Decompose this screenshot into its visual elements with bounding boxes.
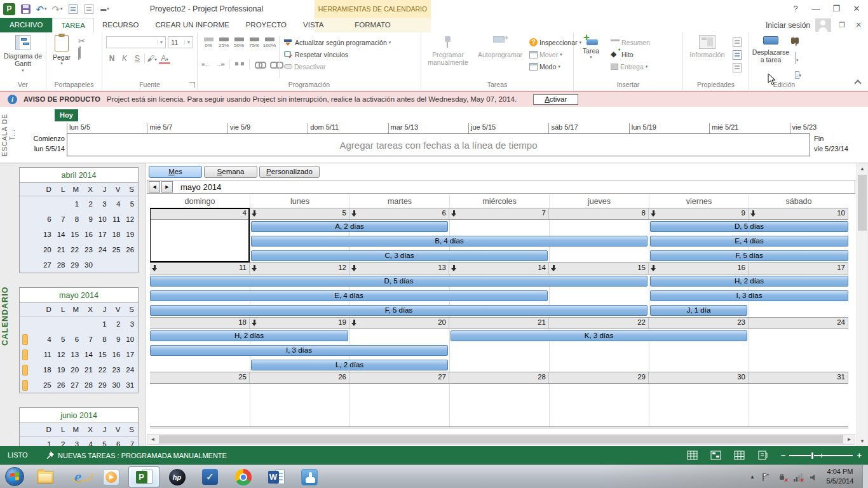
- find-button[interactable]: ▾: [795, 37, 801, 49]
- mini-date-cell[interactable]: 28: [79, 381, 93, 389]
- date-cell[interactable]: 30: [649, 372, 749, 383]
- font-name-select[interactable]: ▼: [106, 36, 166, 48]
- view-button-mes[interactable]: Mes: [149, 166, 202, 178]
- taskbar-word-button[interactable]: W: [261, 466, 292, 487]
- date-cell[interactable]: 9: [649, 208, 749, 219]
- mini-date-cell[interactable]: 5: [120, 200, 134, 208]
- mini-date-cell[interactable]: 18: [37, 366, 51, 374]
- timeline-band[interactable]: Agregar tareas con fechas a la línea de …: [67, 133, 810, 156]
- mini-date-cell[interactable]: 22: [65, 246, 79, 254]
- task-bar[interactable]: I, 3 días: [150, 345, 448, 356]
- tab-formato[interactable]: FORMATO: [315, 18, 431, 32]
- mini-date-cell[interactable]: 4: [37, 336, 51, 343]
- task-bar[interactable]: E, 4 días: [650, 236, 848, 247]
- mini-date-cell[interactable]: 4: [79, 440, 93, 446]
- taskbar-hp-button[interactable]: hp: [161, 466, 193, 487]
- bold-button[interactable]: N: [106, 53, 118, 64]
- date-cell[interactable]: 8: [549, 208, 649, 219]
- mini-date-cell[interactable]: 27: [65, 381, 79, 389]
- mini-date-cell[interactable]: 6: [37, 215, 51, 223]
- mini-date-cell[interactable]: 2: [79, 200, 93, 208]
- mini-date-cell[interactable]: 19: [51, 366, 65, 374]
- mini-date-cell[interactable]: 8: [65, 215, 79, 223]
- save-button[interactable]: [20, 3, 31, 15]
- underline-button[interactable]: S: [132, 53, 143, 64]
- respect-links-button[interactable]: Respetar vínculos: [284, 48, 391, 60]
- auto-schedule-button[interactable]: Autoprogramar: [475, 35, 526, 58]
- mini-date-cell[interactable]: 14: [79, 351, 93, 358]
- taskbar-project-button[interactable]: P: [128, 466, 159, 487]
- restore-button[interactable]: ❐: [826, 0, 846, 18]
- mini-date-cell[interactable]: 21: [51, 246, 65, 254]
- links-button[interactable]: [83, 3, 95, 15]
- report-view-icon[interactable]: [757, 451, 768, 460]
- date-cell[interactable]: 17: [749, 263, 848, 274]
- mini-date-cell[interactable]: 3: [65, 440, 79, 446]
- gantt-view-icon[interactable]: [663, 451, 674, 460]
- date-cell[interactable]: 23: [649, 318, 749, 329]
- view-button-personalizado[interactable]: Personalizado: [259, 166, 320, 178]
- mini-date-cell[interactable]: 17: [120, 351, 134, 358]
- mini-date-cell[interactable]: 23: [79, 246, 93, 254]
- sheet-view-icon[interactable]: [734, 451, 745, 460]
- mini-date-cell[interactable]: 13: [65, 351, 79, 358]
- inactivate-button[interactable]: Desactivar: [284, 60, 391, 72]
- mini-date-cell[interactable]: 3: [93, 200, 107, 208]
- date-cell[interactable]: 5: [250, 208, 349, 219]
- week-task-marker[interactable]: [22, 380, 28, 391]
- mini-date-cell[interactable]: 6: [65, 336, 79, 343]
- speaker-icon[interactable]: [810, 473, 818, 482]
- mini-date-cell[interactable]: 21: [79, 366, 93, 374]
- date-cell[interactable]: 27: [349, 372, 449, 383]
- previous-month-button[interactable]: ◄: [149, 181, 160, 193]
- tab-crear-un-informe[interactable]: CREAR UN INFORME: [147, 18, 237, 32]
- task-details-icon[interactable]: [733, 50, 742, 60]
- zoom-track[interactable]: [789, 455, 853, 456]
- tab-proyecto[interactable]: PROYECTO: [238, 18, 295, 32]
- deliverable-button[interactable]: Entrega ▾: [611, 60, 650, 72]
- mini-date-cell[interactable]: 28: [51, 261, 65, 269]
- mini-date-cell[interactable]: 25: [107, 246, 121, 254]
- task-bar[interactable]: K, 3 días: [451, 330, 747, 341]
- avatar[interactable]: [815, 18, 831, 32]
- task-bar[interactable]: J, 1 día: [650, 305, 747, 316]
- task-bar[interactable]: I, 3 días: [650, 290, 848, 301]
- mini-date-cell[interactable]: 26: [51, 381, 65, 389]
- mini-date-cell[interactable]: 8: [93, 336, 107, 343]
- mini-date-cell[interactable]: 14: [51, 231, 65, 238]
- task-bar[interactable]: D, 5 días: [650, 221, 848, 232]
- mini-date-cell[interactable]: 30: [79, 261, 93, 269]
- date-cell[interactable]: 4: [150, 208, 250, 219]
- tab-archivo[interactable]: ARCHIVO: [0, 18, 52, 32]
- mini-date-cell[interactable]: 27: [37, 261, 51, 269]
- date-cell[interactable]: 11: [150, 263, 250, 274]
- task-bar[interactable]: F, 5 días: [150, 305, 648, 316]
- mini-date-cell[interactable]: 1: [65, 200, 79, 208]
- mini-date-cell[interactable]: 23: [107, 366, 121, 374]
- date-cell[interactable]: 22: [549, 318, 649, 329]
- mini-date-cell[interactable]: 11: [107, 215, 121, 223]
- close-window-button[interactable]: ✕: [853, 21, 864, 29]
- summary-task-button[interactable]: Resumen: [611, 36, 650, 48]
- clear-button[interactable]: ▾: [795, 53, 801, 64]
- mini-date-cell[interactable]: 1: [37, 440, 51, 446]
- show-desktop-button[interactable]: [862, 465, 868, 488]
- mini-date-cell[interactable]: 7: [120, 440, 134, 446]
- action-center-flag-icon[interactable]: [762, 473, 771, 482]
- task-bar[interactable]: E, 4 días: [150, 290, 548, 301]
- mini-date-cell[interactable]: 7: [79, 336, 93, 343]
- indent-task-icon[interactable]: →≡: [215, 61, 224, 68]
- mini-date-cell[interactable]: 24: [120, 366, 134, 374]
- taskbar-ie-button[interactable]: e: [62, 466, 93, 487]
- taskbar-touch-app-button[interactable]: [294, 466, 325, 487]
- task-bar[interactable]: H, 2 días: [650, 276, 848, 287]
- next-month-button[interactable]: ►: [161, 181, 173, 193]
- minimize-button[interactable]: —: [806, 0, 826, 18]
- start-button[interactable]: [5, 467, 24, 486]
- mini-date-cell[interactable]: 25: [37, 381, 51, 389]
- task-bar[interactable]: B, 4 días: [251, 236, 648, 247]
- mini-date-cell[interactable]: 15: [65, 231, 79, 238]
- update-task-button[interactable]: [67, 3, 79, 15]
- view-button-semana[interactable]: Semana: [204, 166, 257, 178]
- task-information-button[interactable]: Información: [684, 35, 730, 58]
